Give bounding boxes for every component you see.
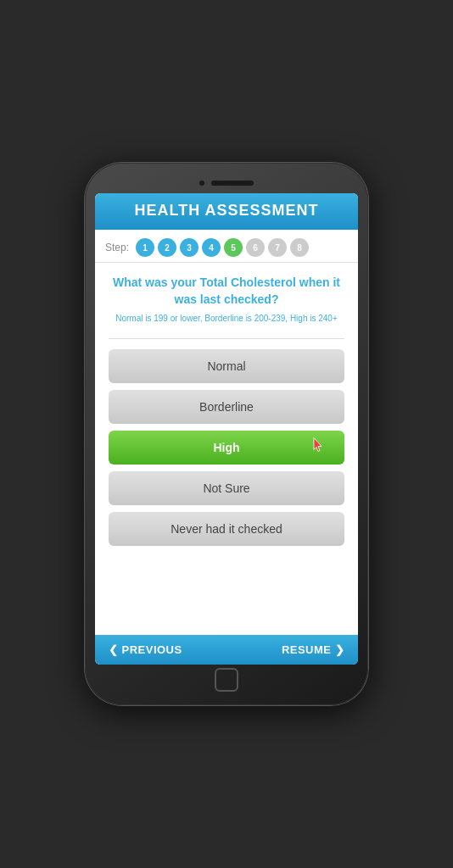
option-not-sure[interactable]: Not Sure — [109, 471, 344, 505]
question-text: What was your Total Cholesterol when it … — [109, 275, 344, 308]
camera-dot — [199, 181, 204, 186]
previous-button[interactable]: PREVIOUS — [109, 643, 182, 656]
arrow-right-icon — [335, 643, 345, 656]
previous-label: PREVIOUS — [122, 643, 182, 656]
phone-bottom-bar — [95, 665, 358, 695]
header-title: HEALTH ASSESSMENT — [109, 202, 344, 220]
steps-section: Step: 1 2 3 4 5 6 7 8 — [95, 230, 358, 263]
divider — [109, 338, 344, 339]
speaker-grille — [211, 181, 254, 186]
home-button[interactable] — [215, 668, 238, 692]
content-area: Step: 1 2 3 4 5 6 7 8 What was your Tota… — [95, 230, 358, 635]
option-normal[interactable]: Normal — [109, 349, 344, 383]
step-4[interactable]: 4 — [202, 238, 221, 257]
app-header: HEALTH ASSESSMENT — [95, 193, 358, 230]
step-6[interactable]: 6 — [246, 238, 265, 257]
question-hint: Normal is 199 or lower, Borderline is 20… — [109, 313, 344, 325]
step-label: Step: — [105, 242, 129, 253]
step-2[interactable]: 2 — [158, 238, 176, 257]
options-section: Normal Borderline High Not Sure — [95, 346, 358, 549]
resume-button[interactable]: RESUME — [282, 643, 344, 656]
arrow-left-icon — [109, 643, 119, 656]
step-7[interactable]: 7 — [268, 238, 287, 257]
phone-screen: HEALTH ASSESSMENT Step: 1 2 3 4 5 6 7 8 … — [95, 193, 358, 665]
step-1[interactable]: 1 — [136, 238, 154, 257]
step-8[interactable]: 8 — [290, 238, 309, 257]
phone-top-bar — [95, 173, 358, 193]
step-5[interactable]: 5 — [224, 238, 243, 257]
question-section: What was your Total Cholesterol when it … — [95, 263, 358, 331]
option-never-checked[interactable]: Never had it checked — [109, 512, 344, 546]
step-3[interactable]: 3 — [180, 238, 199, 257]
option-high[interactable]: High — [109, 431, 344, 465]
resume-label: RESUME — [282, 643, 332, 656]
option-borderline[interactable]: Borderline — [109, 390, 344, 424]
footer: PREVIOUS RESUME — [95, 635, 358, 665]
cursor-icon — [309, 437, 327, 459]
phone-frame: HEALTH ASSESSMENT Step: 1 2 3 4 5 6 7 8 … — [85, 163, 368, 705]
